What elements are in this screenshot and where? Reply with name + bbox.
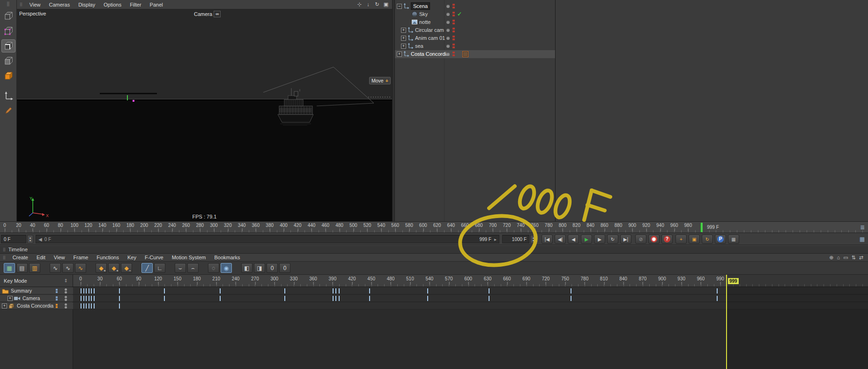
keyframe[interactable] <box>94 296 95 301</box>
timeline-track-area[interactable]: 0306090120150180210240270300330360390420… <box>73 275 868 369</box>
menu-display[interactable]: Display <box>74 0 99 9</box>
track-mute-toggles[interactable] <box>65 296 67 301</box>
ruler-options-icon[interactable]: ≣ <box>860 224 865 231</box>
object-row-notte[interactable]: notte <box>395 18 555 26</box>
field-arrow-icon[interactable]: ▸ <box>494 237 497 242</box>
keyframe[interactable] <box>91 303 92 309</box>
keyframe[interactable] <box>164 296 165 301</box>
object-label[interactable]: notte <box>419 19 430 25</box>
motion-mode-button[interactable]: ▥ <box>29 263 40 273</box>
current-frame-field[interactable]: 0 F <box>1 235 26 243</box>
track-mute-toggles[interactable] <box>65 303 67 309</box>
goto-end-button[interactable]: ▶| <box>620 234 631 244</box>
track-mute-toggles[interactable] <box>65 288 67 294</box>
keyframe[interactable] <box>86 296 87 301</box>
keyframe[interactable] <box>91 288 92 294</box>
visibility-dots[interactable] <box>453 28 455 33</box>
keyframe[interactable] <box>335 296 336 301</box>
expand-toggle[interactable]: + <box>7 296 13 301</box>
key-rotation-button[interactable]: ↻ <box>702 234 713 244</box>
expand-toggle[interactable]: − <box>397 4 402 9</box>
keyframe[interactable] <box>81 296 82 301</box>
timeline-menu-create[interactable]: Create <box>8 254 32 262</box>
timeline-menu-f-curve[interactable]: F-Curve <box>141 254 168 262</box>
expand-toggle[interactable]: + <box>401 36 406 41</box>
mode-spinner-icon[interactable]: ⇕ <box>64 278 68 283</box>
ease-out-button[interactable]: ⌢ <box>187 263 199 273</box>
timeline-playhead[interactable] <box>726 275 727 369</box>
keyframe[interactable] <box>571 288 571 294</box>
keyframe[interactable] <box>489 288 490 294</box>
zoom-view-icon[interactable]: ↓ <box>364 1 372 8</box>
autokey-button[interactable]: ? <box>661 234 673 244</box>
viewport[interactable]: Perspective Camera ∞ Move + FPS : 79.1 Y… <box>17 9 392 221</box>
keyframe[interactable] <box>81 288 82 294</box>
menu-options[interactable]: Options <box>99 0 126 9</box>
keyframe[interactable] <box>83 288 84 294</box>
slider-handle-icon[interactable]: ◀ <box>38 237 42 242</box>
enable-dot[interactable] <box>446 53 450 56</box>
add-key-button[interactable]: ◆+ <box>96 263 107 273</box>
keyframe[interactable] <box>220 296 221 301</box>
prev-frame-button[interactable]: ◀ <box>568 234 579 244</box>
timeline-menu-motion-system[interactable]: Motion System <box>168 254 210 262</box>
zoom-icon[interactable]: ⊕ <box>829 255 833 261</box>
menu-grip-icon[interactable]: ⣿ <box>17 2 25 7</box>
expand-toggle[interactable]: + <box>401 44 406 49</box>
ease-in-button[interactable]: ⌣ <box>175 263 186 273</box>
menu-cameras[interactable]: Cameras <box>45 0 74 9</box>
keyframe[interactable] <box>119 296 120 301</box>
toolbar-grip-icon[interactable]: ⣿ <box>0 0 16 8</box>
auto-tangent-button[interactable]: ◉ <box>221 263 232 273</box>
track-camera[interactable]: +Camera <box>0 295 73 302</box>
keyframe[interactable] <box>717 296 718 301</box>
camera-indicator[interactable]: Camera ∞ <box>194 11 221 17</box>
model-mode-tool[interactable] <box>1 69 15 83</box>
timeline-menu-key[interactable]: Key <box>123 254 141 262</box>
null-icon[interactable] <box>407 43 414 50</box>
key-scale-button[interactable]: ▣ <box>689 234 700 244</box>
keyframe[interactable] <box>119 303 120 309</box>
object-row-sea[interactable]: +sea <box>395 42 555 50</box>
timeline-menu-functions[interactable]: Functions <box>92 254 123 262</box>
delete-key-button[interactable]: ◆− <box>121 263 132 273</box>
object-row-scena[interactable]: −Scena <box>395 2 555 10</box>
track-solo-toggles[interactable] <box>56 289 58 294</box>
step-interp-button[interactable]: ∟ <box>154 263 165 273</box>
frame-all-icon[interactable]: ▭ <box>843 255 848 261</box>
next-frame-button[interactable]: ▶ <box>594 234 605 244</box>
track-summary[interactable]: Summary <box>0 287 73 294</box>
play-button[interactable]: ▶ <box>581 234 592 244</box>
max-frame-stepper[interactable]: ▴▾ <box>530 235 536 243</box>
keyframe[interactable] <box>489 296 490 301</box>
keyframe[interactable] <box>81 303 82 309</box>
visibility-dots[interactable] <box>453 4 455 9</box>
display-tag-icon[interactable] <box>462 51 468 58</box>
record-button[interactable]: ◉ <box>648 234 660 244</box>
add-key-track-button[interactable]: ◆+ <box>108 263 119 273</box>
nav-cube-tool[interactable] <box>1 9 15 23</box>
null-icon[interactable] <box>403 3 409 10</box>
v-scroll-icon[interactable]: ⇅ <box>852 255 856 261</box>
enable-dot[interactable] <box>446 21 450 24</box>
object-row-sky[interactable]: Sky✓ <box>395 10 555 18</box>
object-row-anim-cam-01[interactable]: +Anim cam 01 <box>395 34 555 42</box>
material-icon[interactable] <box>411 19 418 26</box>
object-label[interactable]: Circular cam <box>415 27 444 33</box>
keyframe[interactable] <box>427 296 428 301</box>
track-solo-toggles[interactable] <box>56 304 58 309</box>
keyframe[interactable] <box>86 288 87 294</box>
marker-right-button[interactable]: ◨ <box>254 263 265 273</box>
keyframe[interactable] <box>284 296 285 301</box>
rotate-view-icon[interactable]: ↻ <box>373 1 381 8</box>
keyframe[interactable] <box>89 288 89 294</box>
dopesheet-mode-button[interactable]: ▦ <box>4 263 15 273</box>
prev-key-button[interactable]: ◀| <box>555 234 566 244</box>
polygons-mode-tool[interactable] <box>1 54 15 68</box>
visibility-dots[interactable] <box>453 12 455 17</box>
h-scroll-icon[interactable]: ⇄ <box>859 255 863 261</box>
edges-mode-tool[interactable] <box>1 39 15 53</box>
sky-icon[interactable] <box>411 11 418 18</box>
visibility-dots[interactable] <box>453 52 455 57</box>
keyframe[interactable] <box>571 296 571 301</box>
